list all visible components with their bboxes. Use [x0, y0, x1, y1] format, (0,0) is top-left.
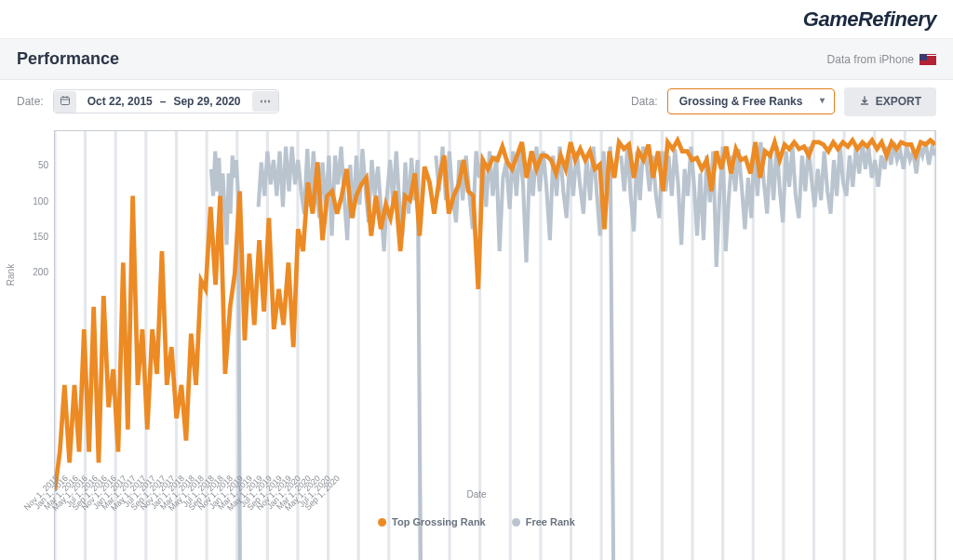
- date-more-icon[interactable]: ⋯: [252, 91, 278, 112]
- date-range-picker[interactable]: Oct 22, 2015 – Sep 29, 2020 ⋯: [53, 89, 279, 113]
- title-bar: Performance Data from iPhone: [0, 39, 953, 80]
- data-source-text: Data from iPhone: [827, 53, 914, 66]
- calendar-icon: [54, 91, 76, 113]
- us-flag-icon: [919, 54, 936, 65]
- y-axis-title: Rank: [6, 264, 16, 286]
- y-axis-ticks: 50100150200: [17, 130, 52, 440]
- data-select[interactable]: Grossing & Free Ranks: [667, 88, 835, 114]
- date-separator: –: [160, 95, 167, 108]
- top-bar: GameRefinery: [0, 0, 953, 39]
- export-button[interactable]: EXPORT: [844, 87, 936, 116]
- x-axis-title: Date: [466, 489, 486, 500]
- download-icon: [859, 95, 870, 109]
- page-title: Performance: [17, 49, 119, 69]
- data-source-label: Data from iPhone: [827, 53, 936, 66]
- chart-legend: Top Grossing RankFree Rank: [378, 516, 575, 527]
- date-to: Sep 29, 2020: [173, 95, 240, 108]
- date-label: Date:: [17, 95, 44, 108]
- data-label: Data:: [631, 95, 658, 108]
- legend-item[interactable]: Top Grossing Rank: [378, 516, 486, 527]
- date-from: Oct 22, 2015: [87, 95, 153, 108]
- legend-dot-icon: [512, 518, 520, 527]
- legend-item[interactable]: Free Rank: [512, 516, 575, 527]
- legend-label: Top Grossing Rank: [392, 516, 486, 527]
- legend-label: Free Rank: [526, 516, 575, 527]
- brand-logo: GameRefinery: [803, 7, 936, 32]
- controls-row: Date: Oct 22, 2015 – Sep 29, 2020 ⋯ Data…: [0, 80, 953, 123]
- x-axis-ticks: Nov 1, 2015Jan 1, 2016Mar 1, 2016May 1, …: [54, 440, 936, 483]
- svg-rect-0: [60, 97, 69, 104]
- legend-dot-icon: [378, 518, 386, 527]
- data-select-value: Grossing & Free Ranks: [679, 95, 803, 108]
- export-label: EXPORT: [876, 95, 921, 108]
- chart-container: Rank 50100150200 Nov 1, 2015Jan 1, 2016M…: [17, 130, 936, 516]
